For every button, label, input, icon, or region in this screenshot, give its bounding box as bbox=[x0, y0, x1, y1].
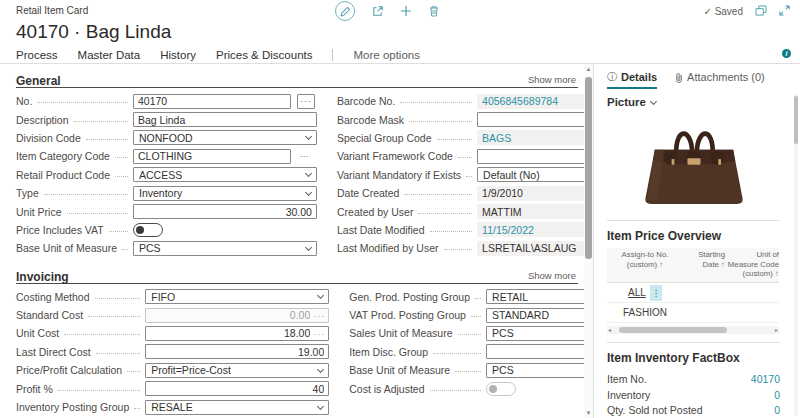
dotted-leader bbox=[404, 187, 472, 195]
item-no-link[interactable]: 40170 bbox=[751, 373, 780, 385]
assist-edit-button[interactable]: ··· bbox=[297, 94, 315, 109]
row-options-icon[interactable]: ⋮ bbox=[650, 285, 662, 301]
scrollbar-thumb[interactable] bbox=[619, 327, 727, 333]
qty-sold-not-posted-link[interactable]: 0 bbox=[774, 404, 780, 416]
column-header-starting-date[interactable]: Starting Date ↑ bbox=[683, 250, 725, 279]
field-label: Variant Framework Code bbox=[337, 150, 453, 162]
popout-button[interactable] bbox=[755, 5, 767, 16]
grid-header-row[interactable]: Assign-to No. (custom) ↑ Starting Date ↑… bbox=[607, 248, 779, 283]
dotted-leader bbox=[122, 242, 128, 250]
menu-divider bbox=[332, 49, 333, 61]
field-label: Cost is Adjusted bbox=[349, 383, 424, 395]
column-header-uom-code[interactable]: Unit of Measure Code (custom) ↑ bbox=[725, 250, 779, 279]
scrollbar-thumb[interactable] bbox=[794, 96, 798, 144]
profit-pct-input[interactable] bbox=[145, 381, 329, 396]
assign-to-all-link[interactable]: ALL bbox=[628, 287, 646, 298]
unit-price-input[interactable] bbox=[133, 204, 317, 219]
price-includes-vat-toggle[interactable] bbox=[133, 223, 163, 237]
variant-framework-select[interactable] bbox=[477, 149, 584, 164]
assign-to-fashion-cell[interactable]: FASHION bbox=[623, 307, 667, 318]
unit-cost-input[interactable] bbox=[145, 326, 329, 341]
general-show-more-link[interactable]: Show more bbox=[528, 74, 576, 85]
paperclip-icon bbox=[675, 72, 683, 83]
variant-mandatory-select[interactable]: Default (No) bbox=[477, 167, 584, 182]
assist-edit-button[interactable]: ··· bbox=[295, 151, 313, 161]
base-uom-select[interactable]: PCS bbox=[133, 241, 317, 256]
scroll-right-arrow[interactable]: ▸ bbox=[775, 326, 778, 334]
retail-product-code-select[interactable]: ACCESS bbox=[133, 167, 317, 182]
last-date-modified-value[interactable]: 11/15/2022 bbox=[477, 222, 584, 237]
no-input[interactable] bbox=[133, 94, 291, 109]
main-scrollbar[interactable]: ▲ ▼ bbox=[584, 64, 593, 418]
base-uom-select-2[interactable]: PCS bbox=[486, 363, 584, 378]
menu-item-history[interactable]: History bbox=[160, 49, 196, 61]
item-disc-group-select[interactable] bbox=[486, 344, 584, 359]
inventory-posting-group-select[interactable]: RESALE bbox=[145, 400, 329, 415]
column-header-assign-to[interactable]: Assign-to No. (custom) ↑ bbox=[607, 250, 683, 279]
dotted-leader bbox=[444, 242, 473, 250]
field-inventory-posting-group: Inventory Posting Group RESALE bbox=[16, 398, 329, 416]
window-controls bbox=[755, 5, 790, 16]
field-label: Inventory Posting Group bbox=[16, 401, 129, 413]
costing-method-select[interactable]: FIFO bbox=[145, 289, 329, 304]
barcode-no-value[interactable]: 4056845689784 bbox=[477, 94, 584, 109]
field-label: Standard Cost bbox=[16, 309, 83, 321]
menu-item-prices-discounts[interactable]: Prices & Discounts bbox=[216, 49, 313, 61]
info-icon[interactable]: i bbox=[782, 49, 791, 58]
dotted-leader bbox=[95, 291, 141, 299]
item-category-input[interactable] bbox=[133, 149, 291, 164]
grid-row-fashion[interactable]: FASHION bbox=[607, 303, 779, 323]
sales-uom-select[interactable]: PCS bbox=[486, 326, 584, 341]
tab-details[interactable]: ⓘ Details bbox=[607, 64, 657, 90]
new-button[interactable] bbox=[400, 5, 412, 17]
edit-button[interactable] bbox=[335, 1, 355, 21]
price-profit-calculation-select[interactable]: Profit=Price-Cost bbox=[145, 363, 329, 378]
division-code-select[interactable]: NONFOOD bbox=[133, 130, 317, 145]
description-input[interactable] bbox=[133, 112, 317, 127]
gen-prod-posting-group-select[interactable]: RETAIL bbox=[486, 289, 584, 304]
dotted-leader bbox=[74, 114, 128, 122]
type-select[interactable]: Inventory bbox=[133, 186, 317, 201]
item-picture[interactable] bbox=[607, 108, 780, 214]
scroll-left-arrow[interactable]: ◂ bbox=[608, 326, 611, 334]
menu-item-more-options[interactable]: More options bbox=[353, 49, 419, 61]
invoicing-section-header[interactable]: Invoicing Show more bbox=[16, 267, 578, 284]
inventory-link[interactable]: 0 bbox=[774, 389, 780, 401]
field-label: Profit % bbox=[16, 383, 53, 395]
menu-item-master-data[interactable]: Master Data bbox=[78, 49, 141, 61]
delete-button[interactable] bbox=[428, 5, 440, 17]
field-barcode-no: Barcode No. 4056845689784 bbox=[337, 92, 584, 110]
field-sales-unit-of-measure: Sales Unit of Measure PCS bbox=[349, 324, 584, 342]
field-label: Price Includes VAT bbox=[16, 224, 104, 236]
chevron-down-icon bbox=[305, 133, 312, 140]
barcode-mask-input[interactable] bbox=[477, 112, 584, 127]
pane-scrollbar[interactable] bbox=[794, 94, 798, 416]
general-section-header[interactable]: General Show more bbox=[16, 71, 578, 88]
item-inventory-factbox-title: Item Inventory FactBox bbox=[607, 351, 780, 365]
scroll-up-arrow[interactable]: ▲ bbox=[584, 66, 593, 72]
grid-horizontal-scrollbar[interactable]: ◂ ▸ bbox=[607, 326, 779, 334]
grid-row-all[interactable]: ALL ⋮ bbox=[607, 283, 779, 303]
field-variant-mandatory: Variant Mandatory if Exists Default (No) bbox=[337, 166, 584, 184]
page-title: 40170 · Bag Linda bbox=[16, 21, 171, 43]
dotted-leader bbox=[409, 114, 472, 122]
scroll-down-arrow[interactable]: ▼ bbox=[584, 410, 593, 416]
field-label: Item Category Code bbox=[16, 150, 110, 162]
invoicing-show-more-link[interactable]: Show more bbox=[528, 270, 576, 281]
factbox-label: Inventory bbox=[607, 389, 650, 401]
share-button[interactable] bbox=[371, 5, 384, 18]
special-group-code-value[interactable]: BAGS bbox=[477, 130, 584, 145]
field-date-created: Date Created 1/9/2010 bbox=[337, 184, 584, 202]
assist-edit-button[interactable]: ··· bbox=[313, 329, 325, 339]
assist-edit-button[interactable]: ··· bbox=[313, 311, 325, 321]
tab-attachments[interactable]: Attachments (0) bbox=[675, 64, 765, 90]
scrollbar-thumb[interactable] bbox=[585, 77, 592, 259]
field-price-includes-vat: Price Includes VAT bbox=[16, 221, 317, 239]
collapse-button[interactable] bbox=[779, 5, 790, 16]
menu-item-process[interactable]: Process bbox=[16, 49, 58, 61]
chevron-down-icon bbox=[317, 366, 324, 373]
item-price-overview-grid: Assign-to No. (custom) ↑ Starting Date ↑… bbox=[607, 248, 779, 334]
last-direct-cost-input[interactable] bbox=[145, 344, 329, 359]
picture-section-toggle[interactable]: Picture bbox=[607, 96, 780, 108]
vat-prod-posting-group-select[interactable]: STANDARD bbox=[486, 308, 584, 323]
